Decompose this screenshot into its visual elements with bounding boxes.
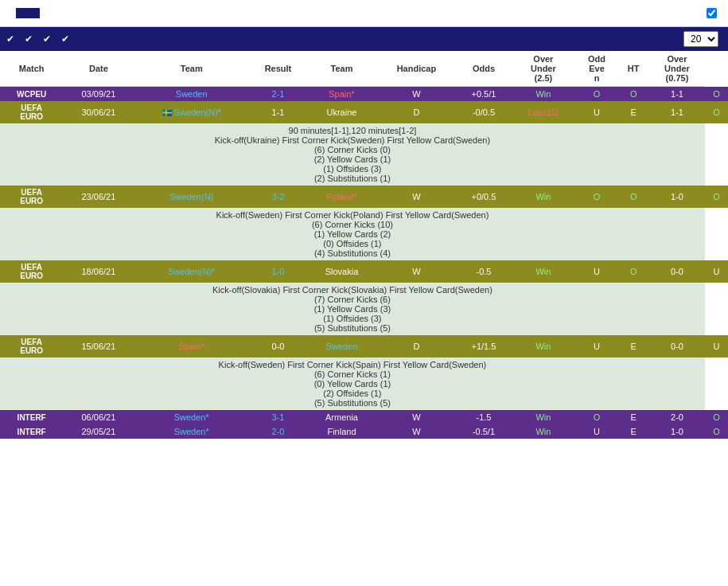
table-row: UEFAEURO30/06/21🇸🇪 Sweden(N)*1-1UkraineD… <box>0 101 728 123</box>
handicap-cell: -0.5/1 <box>457 424 511 439</box>
wcpeu-check: ✔ <box>6 33 14 45</box>
outcome-cell: W <box>376 410 457 424</box>
team1-cell: 🇸🇪 Sweden(N)* <box>134 101 249 123</box>
ht-ou-cell: O <box>705 186 728 208</box>
filter-wcpeu[interactable]: ✔ <box>6 33 17 45</box>
outcome-cell: W <box>376 260 457 283</box>
tab-total[interactable] <box>16 8 40 18</box>
ht-ou-cell: O <box>705 101 728 123</box>
header: ✔ ✔ ✔ ✔ 20 10 30 <box>0 0 728 51</box>
odds-cell: Loss1/2 <box>511 101 576 123</box>
col-oe: OddEven <box>576 51 618 87</box>
odds-cell: Win <box>511 424 576 439</box>
date-cell: 30/06/21 <box>63 101 134 123</box>
ht-ou-cell: U <box>705 335 728 357</box>
ht-cell: 2-0 <box>649 410 705 424</box>
detail-cell: Kick-off(Sweden) First Corner Kick(Spain… <box>0 357 705 410</box>
odds-cell: Win <box>511 260 576 283</box>
handicap-cell: +0/0.5 <box>457 186 511 208</box>
detail-row: 90 minutes[1-1],120 minutes[1-2]Kick-off… <box>0 123 728 186</box>
filter-interf[interactable]: ✔ <box>43 33 53 45</box>
ht-cell: 1-1 <box>649 87 705 102</box>
filter-last: 20 10 30 <box>680 31 722 47</box>
tab-home[interactable] <box>40 8 62 18</box>
detail-row: Kick-off(Slovakia) First Corner Kick(Slo… <box>0 283 728 335</box>
table-row: UEFAEURO18/06/21Sweden(N)*1-0SlovakiaW-0… <box>0 260 728 283</box>
oe-cell: E <box>617 410 649 424</box>
result-cell: 2-0 <box>249 424 307 439</box>
ht-ou-cell: U <box>705 260 728 283</box>
outcome-cell: D <box>376 335 457 357</box>
detail-cell: Kick-off(Sweden) First Corner Kick(Polan… <box>0 208 705 260</box>
ht-cell: 1-0 <box>649 424 705 439</box>
handicap-cell: +1/1.5 <box>457 335 511 357</box>
col-team2: Team <box>307 51 376 87</box>
date-cell: 06/06/21 <box>63 410 134 424</box>
category-cell: UEFAEURO <box>0 101 63 123</box>
date-cell: 29/05/21 <box>63 424 134 439</box>
ht-cell: 1-1 <box>649 101 705 123</box>
ht-cell: 1-0 <box>649 186 705 208</box>
table-row: UEFAEURO15/06/21Spain*0-0SwedenD+1/1.5Wi… <box>0 335 728 357</box>
col-match: Match <box>0 51 63 87</box>
ht-ou-cell: O <box>705 424 728 439</box>
team2-cell: Sweden <box>307 335 376 357</box>
category-cell: WCPEU <box>0 87 63 102</box>
detail-cell: 90 minutes[1-1],120 minutes[1-2]Kick-off… <box>0 123 705 186</box>
display-notes-checkbox[interactable] <box>707 8 717 18</box>
ou-cell: U <box>576 101 618 123</box>
team2-cell: Finland <box>307 424 376 439</box>
result-cell: 1-1 <box>249 101 307 123</box>
category-cell: INTERF <box>0 410 63 424</box>
handicap-cell: +0.5/1 <box>457 87 511 102</box>
team2-cell: Poland* <box>307 186 376 208</box>
table-row: UEFAEURO23/06/21Sweden(N)3-2Poland*W+0/0… <box>0 186 728 208</box>
outcome-cell: W <box>376 424 457 439</box>
odds-cell: Win <box>511 87 576 102</box>
result-cell: 1-0 <box>249 260 307 283</box>
table-row: INTERF06/06/21Sweden*3-1ArmeniaW-1.5WinO… <box>0 410 728 424</box>
result-cell: 2-1 <box>249 87 307 102</box>
category-cell: INTERF <box>0 424 63 439</box>
ht-cell: 0-0 <box>649 335 705 357</box>
last-select[interactable]: 20 10 30 <box>683 31 718 47</box>
date-cell: 15/06/21 <box>63 335 134 357</box>
result-cell: 3-2 <box>249 186 307 208</box>
detail-row: Kick-off(Sweden) First Corner Kick(Polan… <box>0 208 728 260</box>
oe-cell: E <box>617 101 649 123</box>
date-cell: 23/06/21 <box>63 186 134 208</box>
detail-cell: Kick-off(Slovakia) First Corner Kick(Slo… <box>0 283 705 335</box>
category-cell: UEFAEURO <box>0 260 63 283</box>
outcome-cell: D <box>376 101 457 123</box>
team1-cell: Sweden(N) <box>134 186 249 208</box>
team1-cell: Spain* <box>134 335 249 357</box>
team1-cell: Sweden* <box>134 424 249 439</box>
col-ht: HT <box>617 51 649 87</box>
table-row: INTERF29/05/21Sweden*2-0FinlandW-0.5/1Wi… <box>0 424 728 439</box>
ou-cell: O <box>576 186 618 208</box>
handicap-cell: -0.5 <box>457 260 511 283</box>
odds-cell: Win <box>511 410 576 424</box>
col-ou25: OverUnder(2.5) <box>511 51 576 87</box>
ou-cell: U <box>576 335 618 357</box>
team2-cell: Ukraine <box>307 101 376 123</box>
outcome-cell: W <box>376 186 457 208</box>
col-odds: Odds <box>457 51 511 87</box>
oe-cell: E <box>617 424 649 439</box>
filter-uefanl[interactable]: ✔ <box>61 33 72 45</box>
team2-cell: Armenia <box>307 410 376 424</box>
scores-table: Match Date Team Result Team Handicap Odd… <box>0 51 728 439</box>
team2-cell: Slovakia <box>307 260 376 283</box>
date-cell: 03/09/21 <box>63 87 134 102</box>
team1-cell: Sweden <box>134 87 249 102</box>
filter-bar: ✔ ✔ ✔ ✔ 20 10 30 <box>0 27 728 51</box>
team1-cell: Sweden* <box>134 410 249 424</box>
oe-cell: E <box>617 335 649 357</box>
table-row: WCPEU03/09/21Sweden2-1Spain*W+0.5/1WinOO… <box>0 87 728 102</box>
ou-cell: O <box>576 410 618 424</box>
date-cell: 18/06/21 <box>63 260 134 283</box>
filter-uefaeuro[interactable]: ✔ <box>25 33 35 45</box>
team1-cell: Sweden(N)* <box>134 260 249 283</box>
team2-cell: Spain* <box>307 87 376 102</box>
category-cell: UEFAEURO <box>0 186 63 208</box>
